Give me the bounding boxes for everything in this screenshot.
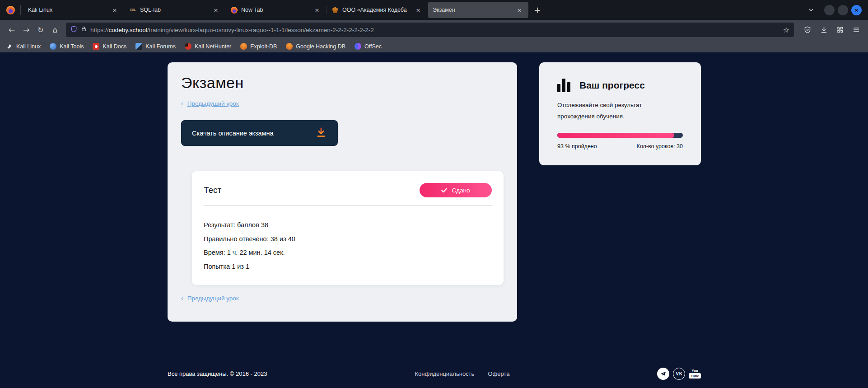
tab-akademiya-codeby[interactable]: ООО «Академия Кодеба × (327, 2, 427, 18)
hamburger-menu-icon[interactable] (849, 23, 863, 37)
status-badge-passed: Сдано (420, 183, 492, 197)
youtube-icon[interactable]: You Tube (689, 368, 701, 380)
attempt-line: Попытка 1 из 1 (204, 263, 492, 270)
firefox-logo-icon (6, 6, 15, 14)
list-all-tabs-chevron-icon[interactable] (804, 3, 818, 17)
page-footer: Все права защищены. © 2016 - 2023 Конфид… (168, 368, 701, 380)
time-line: Время: 1 ч. 22 мин. 14 сек. (204, 249, 492, 256)
offsec-icon (355, 43, 361, 50)
tab-close-icon[interactable]: × (313, 5, 322, 14)
sql-favicon: SQL (129, 6, 136, 14)
url-text[interactable]: https://codeby.school/training/view/kurs… (90, 27, 779, 33)
tab-title: Kali Linux (28, 7, 107, 13)
progress-description: Отслеживайте свой результат прохождения … (557, 99, 661, 122)
firefox-favicon (230, 6, 238, 14)
bookmarks-bar: Kali Linux Kali Tools Kali Docs Kali For… (0, 40, 868, 52)
bookmark-offsec[interactable]: OffSec (355, 43, 382, 50)
window-controls: × (824, 5, 862, 15)
correct-answers-line: Правильно отвечено: 38 из 40 (204, 236, 492, 243)
downloads-icon[interactable] (817, 23, 831, 37)
download-exam-description-button[interactable]: Скачать описание экзамна (181, 120, 338, 146)
tab-close-icon[interactable]: × (211, 5, 220, 14)
chevron-left-icon: ‹ (181, 295, 183, 302)
tab-close-icon[interactable]: × (110, 5, 119, 14)
tab-close-icon[interactable]: × (515, 5, 524, 14)
kali-docs-icon (93, 43, 99, 50)
url-bar[interactable]: https://codeby.school/training/view/kurs… (66, 23, 794, 37)
tab-sql-lab[interactable]: SQL SQL-lab × (125, 2, 225, 18)
previous-lesson-link-top[interactable]: ‹ Предыдущий урок (181, 100, 239, 107)
tracking-protection-shield-icon[interactable] (70, 26, 77, 34)
codeby-favicon (331, 6, 339, 14)
home-button[interactable]: ⌂ (48, 23, 62, 37)
firefox-view-button[interactable] (3, 2, 18, 18)
kali-tools-icon (50, 43, 56, 50)
maximize-button[interactable] (838, 5, 848, 15)
tab-title: Экзамен (433, 7, 511, 13)
kali-nethunter-icon (185, 43, 191, 50)
tab-title: SQL-lab (140, 7, 208, 13)
kali-forums-icon (135, 43, 142, 50)
toolbar-right-icons (800, 23, 863, 37)
progress-percent-label: 93 % пройдено (557, 143, 597, 150)
google-hacking-db-bug-icon (286, 43, 293, 50)
bookmark-kali-linux[interactable]: Kali Linux (6, 43, 41, 50)
exam-card: Экзамен ‹ Предыдущий урок Скачать описан… (168, 62, 517, 322)
test-result-card: Тест Сдано Результат: баллов 38 Правильн… (192, 171, 504, 285)
back-button[interactable]: ← (5, 23, 19, 37)
tab-ekzamen-active[interactable]: Экзамен × (428, 2, 528, 18)
reload-button[interactable]: ↻ (33, 23, 48, 37)
exploit-db-bug-icon (240, 43, 247, 50)
tab-title: New Tab (241, 7, 309, 13)
progress-card: Ваш прогресс Отслеживайте свой результат… (539, 62, 701, 165)
privacy-link[interactable]: Конфиденциальность (415, 370, 474, 377)
bar-chart-icon (557, 79, 570, 92)
tab-close-icon[interactable]: × (414, 5, 423, 14)
extensions-puzzle-icon[interactable] (833, 23, 847, 37)
minimize-button[interactable] (824, 5, 835, 15)
progress-title: Ваш прогресс (579, 80, 645, 91)
tab-bar: Kali Linux × SQL SQL-lab × New Tab × ООО… (0, 0, 868, 20)
progress-bar-track (557, 133, 683, 138)
lock-icon[interactable] (81, 26, 87, 34)
test-title: Тест (204, 185, 221, 195)
tab-separator (20, 5, 21, 15)
tab-new-tab[interactable]: New Tab × (226, 2, 326, 18)
bookmark-star-icon[interactable]: ☆ (783, 26, 789, 34)
bookmark-kali-tools[interactable]: Kali Tools (50, 43, 84, 50)
bookmark-kali-nethunter[interactable]: Kali NetHunter (185, 43, 231, 50)
page-title: Экзамен (181, 74, 504, 92)
check-icon (441, 188, 447, 193)
progress-bar-fill (557, 133, 674, 138)
tab-kali-linux[interactable]: Kali Linux × (23, 2, 124, 18)
protections-shield-icon[interactable] (800, 23, 815, 37)
previous-lesson-link-bottom[interactable]: ‹ Предыдущий урок (181, 295, 239, 302)
offer-link[interactable]: Оферта (488, 370, 509, 377)
bookmark-kali-docs[interactable]: Kali Docs (93, 43, 126, 50)
page-content: Экзамен ‹ Предыдущий урок Скачать описан… (0, 52, 868, 388)
new-tab-button[interactable]: + (531, 3, 544, 17)
result-score-line: Результат: баллов 38 (204, 222, 492, 229)
telegram-icon[interactable] (657, 368, 669, 380)
vk-icon[interactable]: VK (673, 368, 685, 380)
bookmark-kali-forums[interactable]: Kali Forums (135, 43, 176, 50)
lessons-count-label: Кол-во уроков: 30 (637, 143, 683, 150)
navigation-toolbar: ← → ↻ ⌂ https://codeby.school/training/v… (0, 20, 868, 40)
tab-title: ООО «Академия Кодеба (342, 7, 410, 13)
download-icon (315, 126, 327, 140)
window-close-button[interactable]: × (851, 5, 862, 15)
kali-dragon-icon (6, 43, 13, 50)
copyright-text: Все права защищены. © 2016 - 2023 (168, 370, 267, 377)
forward-button[interactable]: → (19, 23, 33, 37)
chevron-left-icon: ‹ (181, 100, 183, 107)
bookmark-exploit-db[interactable]: Exploit-DB (240, 43, 277, 50)
bookmark-google-hacking-db[interactable]: Google Hacking DB (286, 43, 345, 50)
browser-window: Kali Linux × SQL SQL-lab × New Tab × ООО… (0, 0, 868, 388)
